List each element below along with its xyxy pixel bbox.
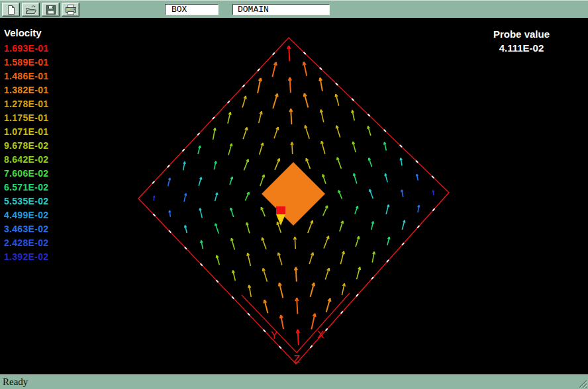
save-file-button[interactable] — [42, 3, 60, 17]
domain-field[interactable] — [232, 4, 330, 15]
open-file-button[interactable] — [22, 3, 40, 17]
legend-entry: 1.278E-01 — [4, 97, 48, 111]
legend-rows: 1.693E-011.589E-011.486E-011.382E-011.27… — [4, 42, 48, 264]
axis-label-y: Y — [271, 329, 277, 342]
application-window: YZX Velocity 1.693E-011.589E-011.486E-01… — [0, 0, 588, 389]
probe-readout: Probe value 4.111E-02 — [493, 27, 550, 55]
box-field[interactable] — [165, 4, 219, 15]
toolbar — [0, 0, 588, 19]
axis-label-x: X — [317, 329, 324, 341]
legend-entry: 1.071E-01 — [4, 125, 48, 139]
velocity-legend: Velocity 1.693E-011.589E-011.486E-011.38… — [4, 27, 48, 264]
axis-label-z: Z — [293, 353, 300, 366]
legend-entry: 2.428E-02 — [4, 236, 48, 250]
legend-entry: 5.535E-02 — [4, 194, 48, 208]
new-document-icon — [5, 5, 17, 15]
legend-entry: 8.642E-02 — [4, 153, 48, 167]
save-floppy-icon — [45, 5, 57, 15]
status-bar: Ready — [0, 374, 588, 389]
new-file-button[interactable] — [2, 3, 20, 17]
legend-entry: 1.589E-01 — [4, 56, 48, 69]
legend-entry: 1.693E-01 — [4, 42, 48, 56]
legend-title: Velocity — [4, 27, 48, 38]
legend-entry: 1.392E-02 — [4, 250, 48, 264]
print-button[interactable] — [62, 3, 79, 17]
resize-grip[interactable] — [577, 378, 587, 388]
print-icon — [65, 5, 77, 15]
obstacle-block — [262, 162, 325, 226]
probe-marker[interactable] — [276, 206, 285, 214]
legend-entry: 1.382E-01 — [4, 83, 48, 97]
legend-entry: 7.606E-02 — [4, 167, 48, 181]
legend-entry: 1.175E-01 — [4, 111, 48, 125]
legend-entry: 3.463E-02 — [4, 222, 48, 236]
open-folder-icon — [25, 5, 37, 15]
probe-label: Probe value — [493, 27, 550, 41]
vector-plot-canvas[interactable]: YZX — [0, 19, 588, 374]
legend-entry: 1.486E-01 — [4, 69, 48, 83]
plot-area[interactable]: YZX Velocity 1.693E-011.589E-011.486E-01… — [0, 19, 588, 374]
legend-entry: 6.571E-02 — [4, 181, 48, 194]
legend-entry: 9.678E-02 — [4, 139, 48, 153]
probe-value: 4.111E-02 — [493, 41, 550, 55]
legend-entry: 4.499E-02 — [4, 208, 48, 222]
status-text: Ready — [3, 376, 28, 388]
